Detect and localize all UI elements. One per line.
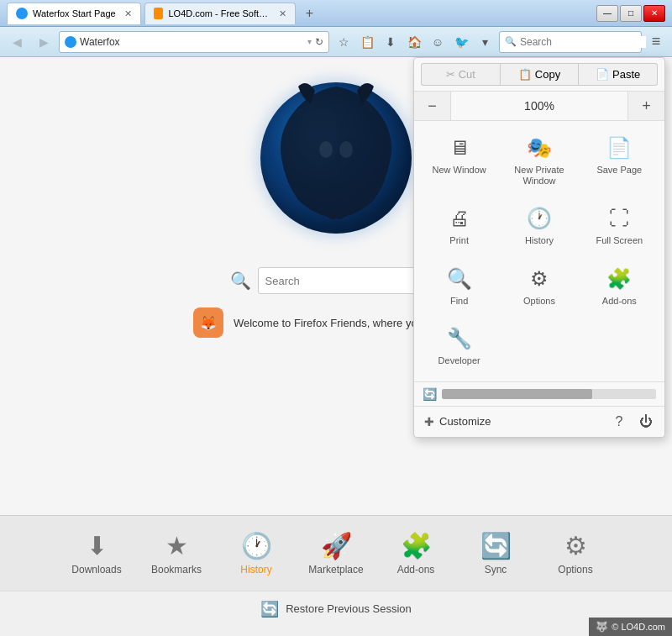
menu-addons[interactable]: 🧩 Add-ons [581,259,658,315]
tab-lo4d[interactable]: LO4D.com - Free Software ... ✕ [144,3,296,24]
cut-button[interactable]: ✂ Cut [421,63,500,86]
customize-button[interactable]: ✚ Customize [421,412,604,432]
fullscreen-icon: ⛶ [609,207,629,230]
history-icon: 🕐 [241,531,272,560]
fox-svg [252,74,420,242]
help-button[interactable]: ? [607,410,631,434]
refresh-button[interactable]: ↻ [315,36,323,48]
menu-button[interactable]: ≡ [645,31,667,53]
svg-point-2 [319,141,333,158]
watermark-text: © LO4D.com [612,622,665,632]
find-label: Find [450,296,468,307]
social-button[interactable]: 🐦 [450,31,472,53]
bookmarks-icon: ★ [165,531,188,560]
toolbar-item-options[interactable]: ⚙ Options [536,524,616,582]
zoom-plus-button[interactable]: + [627,92,664,120]
ff-badge: 🦊 [193,307,223,338]
tab-favicon-waterfox [16,8,28,19]
menu-new-window[interactable]: 🖥 New Window [421,128,497,195]
save-page-label: Save Page [596,165,642,176]
toolbar-item-addons[interactable]: 🧩 Add-ons [376,524,456,582]
minimize-button[interactable]: — [596,5,618,22]
menu-developer[interactable]: 🔧 Developer [421,318,497,375]
fullscreen-label: Full Screen [596,235,643,246]
menu-fullscreen[interactable]: ⛶ Full Screen [581,198,658,255]
save-page-icon: 📄 [606,136,632,160]
sync-progress-fill [442,389,592,399]
search-bar[interactable]: 🔍 [499,31,642,53]
watermark: 🐺 © LO4D.com [589,618,672,636]
options-menu-label: Options [523,296,555,307]
menu-print[interactable]: 🖨 Print [421,198,497,255]
print-icon: 🖨 [449,207,470,230]
home-button[interactable]: 🏠 [403,31,425,53]
customize-icon: ✚ [424,415,434,428]
paste-button[interactable]: 📄 Paste [579,63,658,86]
dropdown-arrow-button[interactable]: ▾ [474,31,496,53]
address-bar[interactable]: ▾ ↻ [59,31,329,53]
menu-save-page[interactable]: 📄 Save Page [581,128,658,195]
new-window-label: New Window [433,165,486,176]
forward-button[interactable]: ▶ [32,30,55,54]
toolbar-item-marketplace[interactable]: 🚀 Marketplace [297,524,376,582]
addons-label: Add-ons [397,564,435,576]
download-button[interactable]: ⬇ [380,31,402,53]
addons-menu-icon: 🧩 [606,267,632,291]
bookmark-star-button[interactable]: ☆ [333,31,354,53]
power-button[interactable]: ⏻ [634,410,658,434]
history-menu-icon: 🕐 [527,207,552,230]
menu-private-window[interactable]: 🎭 New Private Window [501,128,577,195]
copy-button[interactable]: 📋 Copy [500,63,580,86]
zoom-minus-button[interactable]: − [414,92,451,120]
marketplace-icon: 🚀 [321,531,352,560]
menu-history[interactable]: 🕐 History [501,198,577,255]
address-dropdown-icon[interactable]: ▾ [307,37,312,46]
customize-label: Customize [439,415,491,428]
addons-menu-label: Add-ons [602,296,637,307]
menu-find[interactable]: 🔍 Find [421,259,497,315]
tab-label-waterfox: Waterfox Start Page [33,8,116,18]
tabs-container: Waterfox Start Page ✕ LO4D.com - Free So… [7,3,596,24]
sync-progress-bar [442,389,656,399]
restore-label: Restore Previous Session [286,602,412,615]
downloads-label: Downloads [71,564,121,576]
address-input[interactable] [80,36,304,48]
menu-grid: 🖥 New Window 🎭 New Private Window 📄 Save… [414,121,664,382]
copy-label: Copy [535,68,560,81]
zoom-level: 100% [451,99,627,113]
search-row: 🔍 [230,267,443,294]
main-search-icon: 🔍 [230,271,251,291]
address-favicon [65,36,76,48]
addons-icon: 🧩 [401,531,432,560]
tab-close-waterfox[interactable]: ✕ [124,8,132,19]
dropdown-menu: ✂ Cut 📋 Copy 📄 Paste − 100% + 🖥 New Wind… [413,57,665,438]
bookmark-list-button[interactable]: 📋 [356,31,378,53]
toolbar-item-downloads[interactable]: ⬇ Downloads [57,524,137,582]
sync-menu-icon: 🔄 [423,387,437,401]
close-button[interactable]: ✕ [643,5,665,22]
developer-label: Developer [438,355,480,366]
marketplace-label: Marketplace [308,564,363,576]
tab-close-lo4d[interactable]: ✕ [279,8,286,19]
tab-label-lo4d: LO4D.com - Free Software ... [168,8,270,18]
toolbar-item-bookmarks[interactable]: ★ Bookmarks [137,524,217,582]
restore-bar[interactable]: 🔄 Restore Previous Session [0,591,672,626]
search-input[interactable] [520,36,646,48]
menu-options[interactable]: ⚙ Options [501,259,577,315]
menu-footer: ✚ Customize ? ⏻ [414,407,664,437]
back-button[interactable]: ◀ [5,30,29,54]
watermark-logo: 🐺 [596,621,608,633]
toolbar-item-sync[interactable]: 🔄 Sync [456,524,536,582]
nav-icons: ☆ 📋 ⬇ 🏠 ☺ 🐦 ▾ [333,31,496,53]
tab-waterfox[interactable]: Waterfox Start Page ✕ [7,3,141,24]
new-tab-button[interactable]: + [299,3,320,24]
toolbar-item-history[interactable]: 🕐 History [217,524,297,582]
print-label: Print [449,235,469,246]
cut-icon: ✂ [446,68,455,81]
window-controls: — □ ✕ [596,5,665,22]
account-button[interactable]: ☺ [427,31,449,53]
nav-bar: ◀ ▶ ▾ ↻ ☆ 📋 ⬇ 🏠 ☺ 🐦 ▾ 🔍 ≡ [0,27,672,57]
maximize-button[interactable]: □ [620,5,642,22]
sync-row: 🔄 [414,382,664,407]
tab-favicon-lo4d [154,8,164,19]
